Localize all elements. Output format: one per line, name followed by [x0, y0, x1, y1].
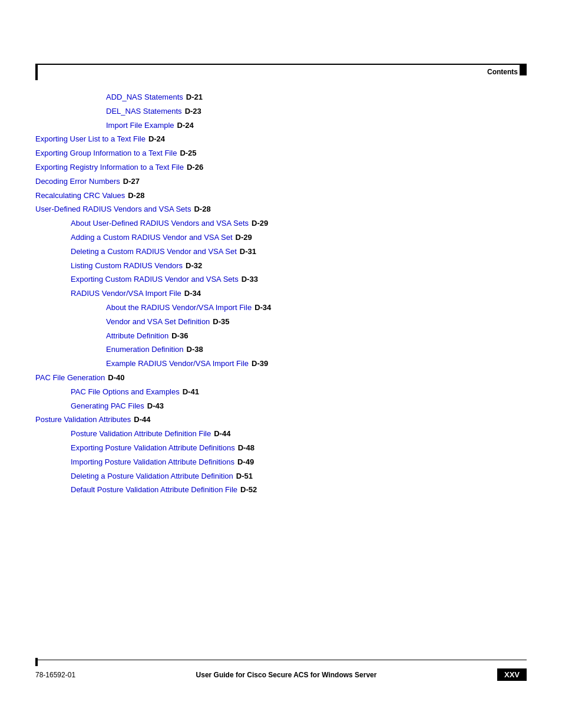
toc-page-vendor-vsa-set-definition: D-35 — [213, 316, 229, 328]
toc-page-posture-validation-attr-def-file: D-44 — [214, 428, 230, 440]
toc-page-exporting-custom-radius: D-33 — [242, 274, 258, 286]
toc-link-example-radius-vendor[interactable]: Example RADIUS Vendor/VSA Import File — [106, 358, 249, 370]
toc-page-pac-file-options: D-41 — [183, 386, 199, 398]
toc-page-default-posture-validation: D-52 — [240, 484, 257, 496]
toc-entry-pac-file-options: PAC File Options and ExamplesD-41 — [35, 386, 527, 398]
toc-page-exporting-group-info: D-25 — [180, 147, 196, 160]
toc-page-exporting-user-list: D-24 — [148, 133, 165, 146]
toc-link-add-nas-statements[interactable]: ADD_NAS Statements — [106, 91, 183, 104]
toc-entry-vendor-vsa-set-definition: Vendor and VSA Set DefinitionD-35 — [35, 316, 527, 328]
toc-link-generating-pac-files[interactable]: Generating PAC Files — [71, 400, 144, 413]
toc-entry-deleting-custom-radius: Deleting a Custom RADIUS Vendor and VSA … — [35, 246, 527, 258]
toc-link-vendor-vsa-set-definition[interactable]: Vendor and VSA Set Definition — [106, 316, 210, 328]
footer-doc-id: 78-16592-01 — [35, 671, 75, 679]
toc-link-del-nas-statements[interactable]: DEL_NAS Statements — [106, 106, 182, 118]
toc-entry-about-user-defined-radius: About User-Defined RADIUS Vendors and VS… — [35, 218, 527, 230]
toc-entry-add-nas-statements: ADD_NAS StatementsD-21 — [35, 91, 527, 104]
toc-entry-about-radius-vendor-vsa: About the RADIUS Vendor/VSA Import FileD… — [35, 302, 527, 314]
toc-page-user-defined-radius-vendors: D-28 — [194, 203, 210, 216]
toc-page-radius-vendor-vsa-import: D-34 — [184, 288, 201, 300]
toc-link-decoding-error-numbers[interactable]: Decoding Error Numbers — [35, 176, 120, 188]
toc-link-exporting-posture-validation[interactable]: Exporting Posture Validation Attribute D… — [71, 442, 235, 454]
toc-page-listing-custom-radius: D-32 — [186, 260, 202, 272]
toc-entry-exporting-registry-info: Exporting Registry Information to a Text… — [35, 162, 527, 174]
toc-link-exporting-group-info[interactable]: Exporting Group Information to a Text Fi… — [35, 147, 177, 160]
toc-entry-recalculating-crc-values: Recalculating CRC ValuesD-28 — [35, 190, 527, 202]
toc-link-deleting-posture-validation[interactable]: Deleting a Posture Validation Attribute … — [71, 470, 233, 483]
toc-link-pac-file-generation[interactable]: PAC File Generation — [35, 372, 105, 384]
toc-entry-radius-vendor-vsa-import: RADIUS Vendor/VSA Import FileD-34 — [35, 288, 527, 300]
toc-entry-del-nas-statements: DEL_NAS StatementsD-23 — [35, 106, 527, 118]
toc-entry-enumeration-definition: Enumeration DefinitionD-38 — [35, 344, 527, 356]
toc-page-example-radius-vendor: D-39 — [252, 358, 268, 370]
toc-link-enumeration-definition[interactable]: Enumeration Definition — [106, 344, 184, 356]
toc-link-posture-validation-attr-def-file[interactable]: Posture Validation Attribute Definition … — [71, 428, 211, 440]
toc-page-decoding-error-numbers: D-27 — [123, 176, 140, 188]
toc-page-deleting-custom-radius: D-31 — [240, 246, 256, 258]
bottom-left-bar — [35, 658, 38, 666]
toc-entry-pac-file-generation: PAC File GenerationD-40 — [35, 372, 527, 384]
toc-page-pac-file-generation: D-40 — [108, 372, 124, 384]
toc-entry-user-defined-radius-vendors: User-Defined RADIUS Vendors and VSA Sets… — [35, 203, 527, 216]
toc-link-user-defined-radius-vendors[interactable]: User-Defined RADIUS Vendors and VSA Sets — [35, 203, 191, 216]
toc-page-del-nas-statements: D-23 — [185, 106, 201, 118]
toc-entry-listing-custom-radius: Listing Custom RADIUS VendorsD-32 — [35, 260, 527, 272]
toc-entry-import-file-example: Import File ExampleD-24 — [35, 120, 527, 132]
contents-label: Contents — [487, 68, 518, 76]
toc-entry-attribute-definition: Attribute DefinitionD-36 — [35, 330, 527, 342]
toc-page-exporting-posture-validation: D-48 — [238, 442, 254, 454]
bottom-border — [35, 660, 527, 660]
toc-link-default-posture-validation[interactable]: Default Posture Validation Attribute Def… — [71, 484, 237, 496]
toc-link-radius-vendor-vsa-import[interactable]: RADIUS Vendor/VSA Import File — [71, 288, 181, 300]
toc-entry-exporting-group-info: Exporting Group Information to a Text Fi… — [35, 147, 527, 160]
toc-entry-exporting-posture-validation: Exporting Posture Validation Attribute D… — [35, 442, 527, 454]
toc-page-importing-posture-validation: D-49 — [237, 456, 254, 469]
toc-content: ADD_NAS StatementsD-21DEL_NAS Statements… — [35, 91, 527, 498]
toc-link-pac-file-options[interactable]: PAC File Options and Examples — [71, 386, 180, 398]
toc-entry-importing-posture-validation: Importing Posture Validation Attribute D… — [35, 456, 527, 469]
toc-entry-decoding-error-numbers: Decoding Error NumbersD-27 — [35, 176, 527, 188]
toc-link-adding-custom-radius[interactable]: Adding a Custom RADIUS Vendor and VSA Se… — [71, 232, 233, 244]
toc-link-posture-validation-attributes[interactable]: Posture Validation Attributes — [35, 414, 131, 426]
toc-entry-example-radius-vendor: Example RADIUS Vendor/VSA Import FileD-3… — [35, 358, 527, 370]
toc-entry-posture-validation-attr-def-file: Posture Validation Attribute Definition … — [35, 428, 527, 440]
toc-entry-adding-custom-radius: Adding a Custom RADIUS Vendor and VSA Se… — [35, 232, 527, 244]
footer-area: 78-16592-01 User Guide for Cisco Secure … — [35, 668, 527, 681]
toc-page-enumeration-definition: D-38 — [187, 344, 203, 356]
toc-link-exporting-registry-info[interactable]: Exporting Registry Information to a Text… — [35, 162, 184, 174]
footer-page-number: XXV — [497, 668, 527, 681]
toc-entry-default-posture-validation: Default Posture Validation Attribute Def… — [35, 484, 527, 496]
toc-link-listing-custom-radius[interactable]: Listing Custom RADIUS Vendors — [71, 260, 183, 272]
toc-link-about-user-defined-radius[interactable]: About User-Defined RADIUS Vendors and VS… — [71, 218, 249, 230]
toc-link-about-radius-vendor-vsa[interactable]: About the RADIUS Vendor/VSA Import File — [106, 302, 252, 314]
toc-entry-generating-pac-files: Generating PAC FilesD-43 — [35, 400, 527, 413]
toc-link-recalculating-crc-values[interactable]: Recalculating CRC Values — [35, 190, 125, 202]
toc-page-adding-custom-radius: D-29 — [236, 232, 252, 244]
toc-entry-posture-validation-attributes: Posture Validation AttributesD-44 — [35, 414, 527, 426]
toc-page-about-user-defined-radius: D-29 — [252, 218, 268, 230]
toc-entry-deleting-posture-validation: Deleting a Posture Validation Attribute … — [35, 470, 527, 483]
toc-page-recalculating-crc-values: D-28 — [128, 190, 144, 202]
toc-link-import-file-example[interactable]: Import File Example — [106, 120, 174, 132]
toc-page-import-file-example: D-24 — [177, 120, 194, 132]
toc-page-generating-pac-files: D-43 — [147, 400, 164, 413]
top-border — [35, 64, 527, 65]
toc-page-about-radius-vendor-vsa: D-34 — [254, 302, 271, 314]
toc-link-importing-posture-validation[interactable]: Importing Posture Validation Attribute D… — [71, 456, 234, 469]
toc-page-exporting-registry-info: D-26 — [187, 162, 203, 174]
toc-entry-exporting-custom-radius: Exporting Custom RADIUS Vendor and VSA S… — [35, 274, 527, 286]
toc-link-exporting-custom-radius[interactable]: Exporting Custom RADIUS Vendor and VSA S… — [71, 274, 239, 286]
toc-link-attribute-definition[interactable]: Attribute Definition — [106, 330, 168, 342]
toc-entry-exporting-user-list: Exporting User List to a Text FileD-24 — [35, 133, 527, 146]
toc-page-add-nas-statements: D-21 — [186, 91, 203, 104]
toc-page-attribute-definition: D-36 — [171, 330, 188, 342]
contents-square-icon — [520, 65, 527, 75]
left-bar — [35, 64, 38, 80]
toc-link-exporting-user-list[interactable]: Exporting User List to a Text File — [35, 133, 146, 146]
page-container: Contents ADD_NAS StatementsD-21DEL_NAS S… — [0, 0, 562, 728]
toc-page-deleting-posture-validation: D-51 — [236, 470, 253, 483]
toc-page-posture-validation-attributes: D-44 — [134, 414, 150, 426]
footer-doc-title: User Guide for Cisco Secure ACS for Wind… — [75, 671, 497, 679]
toc-link-deleting-custom-radius[interactable]: Deleting a Custom RADIUS Vendor and VSA … — [71, 246, 237, 258]
